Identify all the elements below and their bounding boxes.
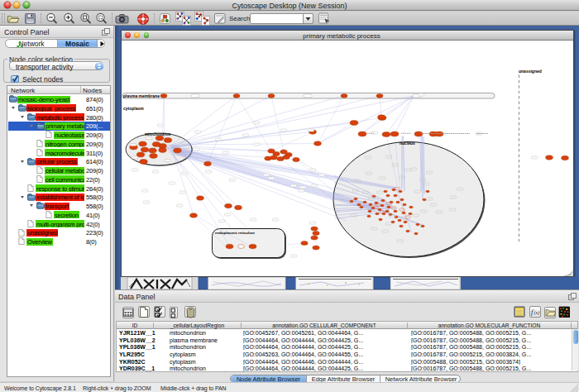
- svg-text:mitochondrion: mitochondrion: [145, 132, 171, 136]
- svg-text:endoplasmic reticulum: endoplasmic reticulum: [215, 231, 255, 235]
- svg-text:cytoplasm: cytoplasm: [123, 106, 144, 111]
- svg-text:unassigned: unassigned: [519, 69, 542, 74]
- svg-text:(x): (x): [534, 310, 540, 316]
- svg-text:nucleus: nucleus: [400, 141, 415, 146]
- svg-text:plasma membrane: plasma membrane: [123, 93, 160, 98]
